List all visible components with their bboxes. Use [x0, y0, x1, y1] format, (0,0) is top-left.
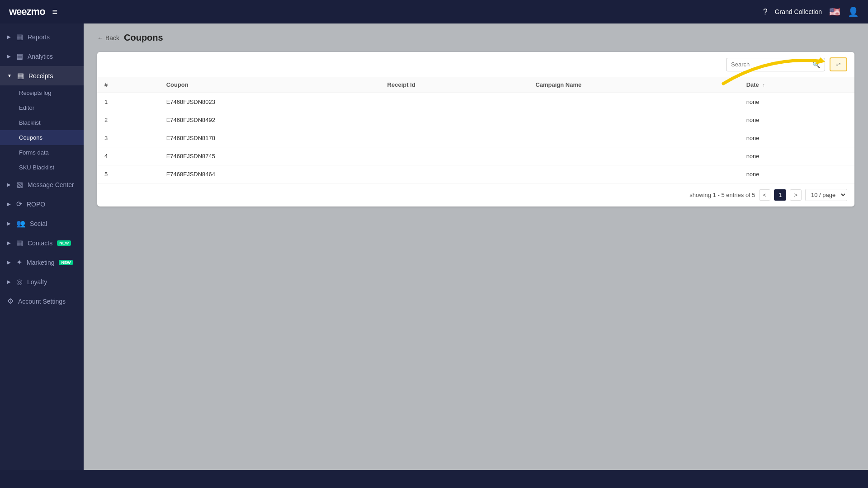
- cell-coupon: E7468FJSDN8745: [159, 147, 380, 165]
- arrow-icon: ▼: [7, 73, 12, 78]
- cell-date: none: [739, 111, 854, 129]
- prev-page-button[interactable]: <: [759, 189, 771, 201]
- cell-campaign-name: [528, 129, 739, 147]
- arrow-icon: ▶: [7, 202, 11, 206]
- arrow-icon: ▶: [7, 182, 11, 187]
- table-toolbar: 🔍 ⇌: [97, 52, 854, 77]
- pagination-bar: showing 1 - 5 entries of 5 < 1 > 10 / pa…: [97, 183, 854, 206]
- sidebar-item-social[interactable]: ▶ 👥 Social: [0, 214, 84, 233]
- new-badge: NEW: [57, 240, 71, 246]
- sidebar-item-label: Receipts: [28, 72, 53, 80]
- next-page-button[interactable]: >: [790, 189, 802, 201]
- sidebar-item-label: Message Center: [28, 181, 74, 188]
- table-row: 1 E7468FJSDN8023 none: [97, 93, 854, 111]
- cell-date: none: [739, 165, 854, 183]
- sidebar-item-label: Reports: [28, 33, 50, 41]
- cell-receipt-id: [380, 165, 528, 183]
- user-icon[interactable]: 👤: [848, 6, 859, 17]
- cell-campaign-name: [528, 147, 739, 165]
- brand-name: Grand Collection: [775, 8, 822, 15]
- table-card: 🔍 ⇌ # Coupon Receipt Id: [97, 52, 854, 206]
- hamburger-icon[interactable]: ≡: [52, 7, 58, 17]
- cell-coupon: E7468FJSDN8023: [159, 93, 380, 111]
- settings-icon: ⚙: [7, 297, 14, 305]
- page-header: ← Back Coupons: [97, 33, 854, 43]
- cell-receipt-id: [380, 93, 528, 111]
- search-input[interactable]: [726, 58, 808, 70]
- arrow-icon: ▶: [7, 260, 11, 265]
- cell-num: 2: [97, 111, 159, 129]
- table-row: 4 E7468FJSDN8745 none: [97, 147, 854, 165]
- search-box: 🔍: [726, 58, 825, 71]
- sidebar-item-ropo[interactable]: ▶ ⟳ ROPO: [0, 194, 84, 214]
- col-campaign-name[interactable]: Campaign Name: [528, 77, 739, 93]
- sidebar-item-marketing[interactable]: ▶ ✦ Marketing NEW: [0, 253, 84, 272]
- social-icon: 👥: [16, 219, 25, 228]
- arrow-icon: ▶: [7, 54, 11, 59]
- page-title: Coupons: [124, 33, 163, 43]
- arrow-icon: ▶: [7, 279, 11, 284]
- cell-num: 3: [97, 129, 159, 147]
- filter-button[interactable]: ⇌: [830, 57, 847, 71]
- receipts-submenu: Receipts log Editor Blacklist Coupons Fo…: [0, 85, 84, 175]
- flag-icon: 🇺🇸: [829, 6, 840, 17]
- per-page-select[interactable]: 10 / page 25 / page 50 / page: [805, 189, 847, 201]
- sidebar-item-sku-blacklist[interactable]: SKU Blacklist: [0, 160, 84, 175]
- sidebar-item-blacklist[interactable]: Blacklist: [0, 115, 84, 130]
- arrow-icon: ▶: [7, 240, 11, 245]
- receipts-icon: ▦: [17, 71, 24, 80]
- sidebar-item-forms-data[interactable]: Forms data: [0, 145, 84, 160]
- sidebar: ▶ ▦ Reports ▶ ▤ Analytics ▼ ▦ Receipts R…: [0, 23, 84, 470]
- topbar-left: weezmo ≡: [9, 6, 57, 18]
- cell-receipt-id: [380, 111, 528, 129]
- sidebar-item-receipts-log[interactable]: Receipts log: [0, 85, 84, 100]
- contacts-icon: ▦: [16, 239, 23, 247]
- cell-coupon: E7468FJSDN8178: [159, 129, 380, 147]
- cell-date: none: [739, 129, 854, 147]
- logo: weezmo: [9, 6, 45, 18]
- sidebar-item-coupons[interactable]: Coupons: [0, 130, 84, 145]
- loyalty-icon: ◎: [16, 277, 23, 286]
- sidebar-item-label: Social: [30, 220, 47, 227]
- page-1-button[interactable]: 1: [774, 189, 786, 201]
- sidebar-item-contacts[interactable]: ▶ ▦ Contacts NEW: [0, 233, 84, 253]
- topbar: weezmo ≡ ? Grand Collection 🇺🇸 👤: [0, 0, 868, 23]
- content-wrapper: ← Back Coupons: [84, 23, 868, 470]
- sidebar-item-editor[interactable]: Editor: [0, 100, 84, 115]
- back-button[interactable]: ← Back: [97, 34, 119, 42]
- sidebar-item-label: Loyalty: [27, 278, 47, 286]
- sidebar-item-receipts[interactable]: ▼ ▦ Receipts: [0, 66, 84, 85]
- col-date[interactable]: Date ↑: [739, 77, 854, 93]
- sidebar-item-label: Contacts: [28, 239, 52, 247]
- cell-date: none: [739, 147, 854, 165]
- main-layout: ▶ ▦ Reports ▶ ▤ Analytics ▼ ▦ Receipts R…: [0, 23, 868, 470]
- col-coupon[interactable]: Coupon: [159, 77, 380, 93]
- pagination-showing: showing 1 - 5 entries of 5: [689, 192, 755, 198]
- ropo-icon: ⟳: [16, 200, 22, 208]
- sidebar-item-message-center[interactable]: ▶ ▧ Message Center: [0, 175, 84, 194]
- cell-coupon: E7468FJSDN8492: [159, 111, 380, 129]
- sidebar-item-label: Marketing: [27, 259, 54, 266]
- cell-num: 4: [97, 147, 159, 165]
- sidebar-item-loyalty[interactable]: ▶ ◎ Loyalty: [0, 272, 84, 291]
- col-num: #: [97, 77, 159, 93]
- search-button[interactable]: 🔍: [808, 58, 825, 71]
- table-row: 5 E7468FJSDN8464 none: [97, 165, 854, 183]
- help-icon[interactable]: ?: [763, 7, 768, 17]
- sidebar-item-account-settings[interactable]: ⚙ Account Settings: [0, 291, 84, 311]
- table-body: 1 E7468FJSDN8023 none 2 E7468FJSDN8492 n…: [97, 93, 854, 183]
- cell-campaign-name: [528, 93, 739, 111]
- sidebar-item-reports[interactable]: ▶ ▦ Reports: [0, 27, 84, 47]
- cell-coupon: E7468FJSDN8464: [159, 165, 380, 183]
- table-header: # Coupon Receipt Id Campaign Name Date ↑: [97, 77, 854, 93]
- sidebar-item-analytics[interactable]: ▶ ▤ Analytics: [0, 47, 84, 66]
- arrow-icon: ▶: [7, 221, 11, 226]
- sidebar-item-label: ROPO: [27, 201, 45, 208]
- content-area: ← Back Coupons: [84, 23, 868, 470]
- marketing-icon: ✦: [16, 258, 22, 267]
- message-center-icon: ▧: [16, 180, 23, 189]
- cell-receipt-id: [380, 129, 528, 147]
- cell-num: 5: [97, 165, 159, 183]
- col-receipt-id[interactable]: Receipt Id: [380, 77, 528, 93]
- new-badge: NEW: [59, 260, 73, 265]
